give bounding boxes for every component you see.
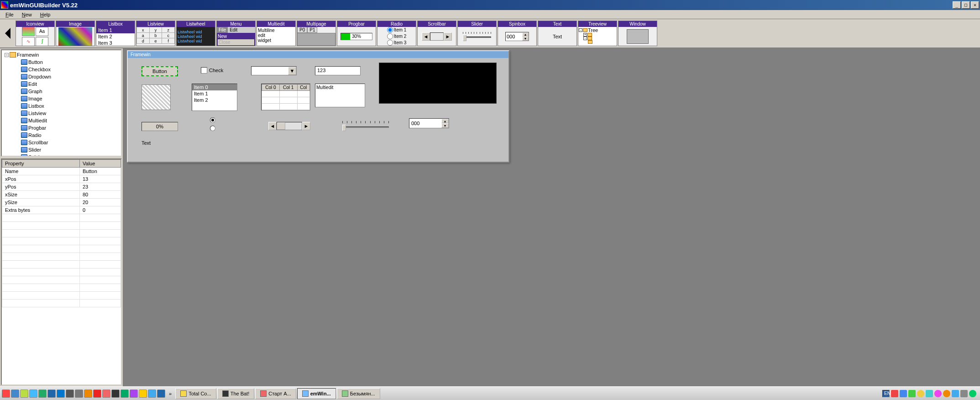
tree-item[interactable]: Slider bbox=[3, 146, 120, 153]
radio-widget[interactable] bbox=[210, 117, 215, 131]
scroll-right-button[interactable]: ► bbox=[302, 122, 310, 130]
prop-value[interactable]: 0 bbox=[80, 206, 121, 214]
tray-icon[interactable] bbox=[943, 390, 950, 397]
dropdown-widget[interactable]: ▼ bbox=[251, 66, 297, 75]
listview-col[interactable]: Col bbox=[297, 84, 309, 91]
tree-item[interactable]: Button bbox=[3, 58, 120, 66]
listview-col[interactable]: Col 1 bbox=[279, 84, 297, 91]
scrollbar-widget[interactable]: ◄ ► bbox=[268, 122, 310, 130]
tree-item[interactable]: Edit bbox=[3, 80, 120, 88]
edit-widget[interactable]: 123 bbox=[315, 66, 361, 75]
tray-icon[interactable] bbox=[900, 390, 907, 397]
quicklaunch-icon[interactable] bbox=[102, 389, 110, 398]
maximize-button[interactable]: □ bbox=[962, 1, 970, 9]
quicklaunch-icon[interactable] bbox=[2, 389, 10, 398]
taskbar-button[interactable]: Total Co... bbox=[175, 388, 216, 399]
palette-listbox[interactable]: ListboxItem 1Item 2Item 3 bbox=[96, 21, 135, 46]
checkbox-box[interactable] bbox=[201, 67, 207, 74]
taskbar-button[interactable]: emWin... bbox=[297, 388, 336, 399]
tree-item[interactable]: Spinbox bbox=[3, 153, 120, 157]
tray-icon[interactable] bbox=[969, 390, 976, 397]
tray-icon[interactable] bbox=[891, 390, 898, 397]
tree-root[interactable]: − Framewin bbox=[3, 51, 120, 58]
listbox-item[interactable]: Item 2 bbox=[192, 97, 237, 103]
quicklaunch-icon[interactable] bbox=[29, 389, 37, 398]
quicklaunch-icon[interactable] bbox=[75, 389, 83, 398]
tree-item[interactable]: Listview bbox=[3, 110, 120, 117]
listview-widget[interactable]: Col 0 Col 1 Col bbox=[261, 84, 310, 111]
listbox-item[interactable]: Item 0 bbox=[192, 84, 237, 90]
quicklaunch-icon[interactable] bbox=[84, 389, 92, 398]
tree-item[interactable]: Image bbox=[3, 95, 120, 102]
listbox-widget[interactable]: Item 0 Item 1 Item 2 bbox=[192, 84, 237, 111]
quicklaunch-icon[interactable] bbox=[57, 389, 65, 398]
tray-icon[interactable] bbox=[952, 390, 959, 397]
quicklaunch-icon[interactable] bbox=[148, 389, 156, 398]
tray-icon[interactable] bbox=[917, 390, 924, 397]
menu-file[interactable]: File bbox=[2, 11, 17, 18]
slider-thumb[interactable] bbox=[342, 125, 346, 131]
radio-option[interactable] bbox=[210, 117, 215, 123]
palette-radio[interactable]: Radio Item 1 Item 2 Item 3 bbox=[377, 21, 416, 46]
tree-item[interactable]: Scrollbar bbox=[3, 139, 120, 146]
palette-listview[interactable]: Listviewxyzabcdef bbox=[136, 21, 175, 46]
palette-scrollbar[interactable]: Scrollbar◄► bbox=[417, 21, 456, 46]
tray-icon[interactable] bbox=[908, 390, 916, 397]
progbar-widget[interactable]: 0% bbox=[141, 122, 178, 131]
tray-icon[interactable] bbox=[934, 390, 942, 397]
spin-down-button[interactable]: ▼ bbox=[441, 123, 449, 128]
close-button[interactable]: ✕ bbox=[971, 1, 979, 9]
property-grid[interactable]: Property Value NameButtonxPos13yPos23xSi… bbox=[1, 158, 122, 385]
tray-icon[interactable] bbox=[960, 390, 968, 397]
menu-help[interactable]: Help bbox=[37, 11, 54, 18]
quicklaunch-icon[interactable] bbox=[47, 389, 56, 398]
dropdown-arrow-icon[interactable]: ▼ bbox=[288, 67, 296, 75]
scroll-track[interactable] bbox=[277, 122, 302, 130]
scroll-thumb[interactable] bbox=[277, 122, 285, 130]
prop-value[interactable]: 80 bbox=[80, 191, 121, 199]
palette-iconview[interactable]: IconviewAa∿ʃ bbox=[16, 21, 55, 46]
tree-item[interactable]: Dropdown bbox=[3, 73, 120, 80]
palette-spinbox[interactable]: Spinbox▲▼ bbox=[498, 21, 537, 46]
palette-multiedit[interactable]: MultieditMultilineeditwidget bbox=[257, 21, 296, 46]
widget-tree[interactable]: − Framewin ButtonCheckboxDropdownEditGra… bbox=[1, 49, 122, 157]
palette-menu[interactable]: MenuFileEditNewClose bbox=[216, 21, 256, 46]
quicklaunch-icon[interactable] bbox=[111, 389, 120, 398]
taskbar-button[interactable]: The Bat! bbox=[217, 388, 255, 399]
graph-widget[interactable] bbox=[379, 63, 497, 104]
overflow-chevron-icon[interactable]: » bbox=[166, 391, 174, 396]
quicklaunch-icon[interactable] bbox=[93, 389, 101, 398]
taskbar-button[interactable]: Безымян... bbox=[337, 388, 380, 399]
spinbox-widget[interactable]: ▲ ▼ bbox=[409, 118, 449, 128]
language-indicator[interactable]: EN bbox=[882, 390, 890, 397]
quicklaunch-icon[interactable] bbox=[157, 389, 165, 398]
palette-text[interactable]: TextText bbox=[538, 21, 577, 46]
tree-item[interactable]: Progbar bbox=[3, 124, 120, 132]
palette-image[interactable]: Image bbox=[56, 21, 95, 46]
quicklaunch-icon[interactable] bbox=[130, 389, 138, 398]
prop-value[interactable]: 20 bbox=[80, 199, 121, 206]
expand-icon[interactable]: − bbox=[5, 53, 9, 57]
tree-item[interactable]: Multiedit bbox=[3, 117, 120, 124]
tree-item[interactable]: Checkbox bbox=[3, 66, 120, 73]
quicklaunch-icon[interactable] bbox=[139, 389, 147, 398]
tree-item[interactable]: Listbox bbox=[3, 102, 120, 110]
palette-prev-button[interactable] bbox=[2, 21, 15, 46]
design-canvas[interactable]: Framewin Button Check ▼ 123 Item 0 Item … bbox=[123, 48, 980, 386]
prop-value[interactable]: 23 bbox=[80, 183, 121, 191]
palette-listwheel[interactable]: ListwheelListwheel widListwheel widListw… bbox=[176, 21, 215, 46]
prop-value[interactable]: Button bbox=[80, 168, 121, 175]
taskbar-button[interactable]: Старт A... bbox=[255, 388, 296, 399]
palette-progbar[interactable]: Progbar30% bbox=[337, 21, 376, 46]
checkbox-widget[interactable]: Check bbox=[201, 67, 223, 74]
palette-multipage[interactable]: MultipageP0P1 bbox=[297, 21, 336, 46]
slider-widget[interactable] bbox=[341, 121, 391, 131]
framewin-widget[interactable]: Framewin Button Check ▼ 123 Item 0 Item … bbox=[127, 50, 509, 163]
text-widget[interactable]: Text bbox=[141, 140, 151, 146]
spinbox-input[interactable] bbox=[409, 119, 441, 128]
tree-item[interactable]: Radio bbox=[3, 132, 120, 139]
listview-col[interactable]: Col 0 bbox=[262, 84, 280, 91]
palette-window[interactable]: Window bbox=[618, 21, 657, 46]
quicklaunch-icon[interactable] bbox=[66, 389, 74, 398]
tree-item[interactable]: Graph bbox=[3, 88, 120, 95]
